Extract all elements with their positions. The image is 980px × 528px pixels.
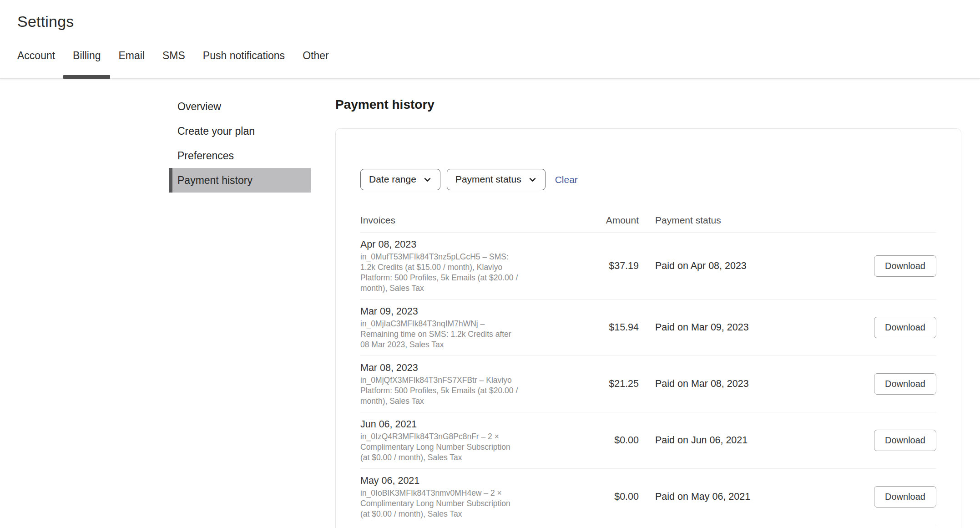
- tab-other[interactable]: Other: [303, 50, 329, 78]
- tab-label: Push notifications: [203, 50, 285, 61]
- invoice-amount: $37.19: [582, 260, 639, 272]
- payment-status-text: Paid on May 06, 2021: [639, 491, 874, 503]
- payment-history-main: Payment history Date range Payment statu…: [335, 79, 961, 528]
- billing-sidebar: Overview Create your plan Preferences Pa…: [169, 79, 311, 193]
- sidebar-item-payment-history[interactable]: Payment history: [169, 168, 311, 193]
- invoice-cell: Jun 06, 2021 in_0IzQ4R3MFIk84T3nG8Pc8nFr…: [360, 418, 582, 463]
- invoice-actions: Download: [874, 255, 936, 277]
- table-row: May 06, 2021 in_0IoBIK3MFIk84T3nmv0MH4ew…: [360, 469, 936, 525]
- invoice-amount: $21.25: [582, 378, 639, 390]
- tab-account[interactable]: Account: [17, 50, 55, 78]
- invoice-description: in_0MufT53MFIk84T3nz5pLGcH5 – SMS: 1.2k …: [360, 252, 520, 294]
- sidebar-item-label: Overview: [177, 101, 221, 113]
- column-header-invoices: Invoices: [360, 215, 582, 226]
- invoice-date: Mar 08, 2023: [360, 361, 582, 374]
- date-range-dropdown[interactable]: Date range: [360, 169, 440, 190]
- invoice-actions: Download: [874, 486, 936, 508]
- invoice-description: in_0IzQ4R3MFIk84T3nG8Pc8nFr – 2 × Compli…: [360, 432, 520, 463]
- sidebar-item-label: Create your plan: [177, 125, 255, 137]
- filters-row: Date range Payment status Clear: [360, 169, 936, 190]
- tab-label: SMS: [162, 50, 185, 61]
- tab-billing[interactable]: Billing: [73, 50, 101, 78]
- sidebar-item-create-your-plan[interactable]: Create your plan: [169, 119, 311, 143]
- invoice-cell: May 06, 2021 in_0IoBIK3MFIk84T3nmv0MH4ew…: [360, 474, 582, 519]
- column-header-amount: Amount: [582, 215, 639, 226]
- payment-status-dropdown[interactable]: Payment status: [447, 169, 546, 190]
- table-row: Apr 08, 2023 in_0MufT53MFIk84T3nz5pLGcH5…: [360, 233, 936, 300]
- sidebar-item-preferences[interactable]: Preferences: [169, 143, 311, 168]
- payment-history-card: Date range Payment status Clear Invoices…: [335, 128, 961, 528]
- table-header-row: Invoices Amount Payment status: [360, 210, 936, 233]
- invoice-cell: Apr 08, 2023 in_0MufT53MFIk84T3nz5pLGcH5…: [360, 238, 582, 294]
- payment-status-text: Paid on Jun 06, 2021: [639, 435, 874, 446]
- invoice-date: Apr 08, 2023: [360, 238, 582, 251]
- invoice-amount: $0.00: [582, 491, 639, 503]
- date-range-label: Date range: [369, 174, 416, 185]
- content-area: Overview Create your plan Preferences Pa…: [0, 79, 980, 528]
- download-button[interactable]: Download: [874, 373, 936, 395]
- invoice-description: in_0MjIaC3MFIk84T3nqIM7hWNj – Remaining …: [360, 319, 520, 350]
- invoice-actions: Download: [874, 317, 936, 338]
- chevron-down-icon: [528, 175, 537, 184]
- sidebar-item-label: Payment history: [177, 174, 253, 187]
- invoice-amount: $15.94: [582, 322, 639, 333]
- invoice-cell: Mar 09, 2023 in_0MjIaC3MFIk84T3nqIM7hWNj…: [360, 305, 582, 350]
- tab-label: Account: [17, 50, 55, 61]
- download-button[interactable]: Download: [874, 430, 936, 451]
- tab-sms[interactable]: SMS: [162, 50, 185, 78]
- payment-status-text: Paid on Apr 08, 2023: [639, 260, 874, 272]
- invoice-actions: Download: [874, 373, 936, 395]
- tab-email[interactable]: Email: [118, 50, 145, 78]
- invoice-date: Jun 06, 2021: [360, 418, 582, 431]
- invoice-date: Mar 09, 2023: [360, 305, 582, 318]
- klaviyo-settings-billing-page: { "page": { "title": "Settings" }, "tabs…: [0, 0, 980, 528]
- invoice-date: May 06, 2021: [360, 474, 582, 487]
- tab-label: Email: [118, 50, 145, 61]
- invoice-description: in_0MjQfX3MFIk84T3nFS7XFBtr – Klaviyo Pl…: [360, 375, 520, 406]
- table-row: Mar 08, 2023 in_0MjQfX3MFIk84T3nFS7XFBtr…: [360, 356, 936, 412]
- clear-filters-link[interactable]: Clear: [555, 174, 578, 185]
- payment-status-label: Payment status: [455, 174, 521, 185]
- payment-history-heading: Payment history: [335, 97, 961, 112]
- tab-label: Billing: [73, 50, 101, 61]
- column-header-payment-status: Payment status: [639, 215, 936, 226]
- table-row: Jun 06, 2021 in_0IzQ4R3MFIk84T3nG8Pc8nFr…: [360, 412, 936, 469]
- download-button[interactable]: Download: [874, 255, 936, 277]
- invoice-description: in_0IoBIK3MFIk84T3nmv0MH4ew – 2 × Compli…: [360, 488, 520, 519]
- sidebar-item-label: Preferences: [177, 150, 234, 162]
- payment-status-text: Paid on Mar 08, 2023: [639, 378, 874, 390]
- invoices-table: Invoices Amount Payment status Apr 08, 2…: [360, 210, 936, 525]
- table-row: Mar 09, 2023 in_0MjIaC3MFIk84T3nqIM7hWNj…: [360, 300, 936, 356]
- download-button[interactable]: Download: [874, 317, 936, 338]
- settings-header: Settings Account Billing Email SMS Push …: [0, 13, 980, 79]
- table-body: Apr 08, 2023 in_0MufT53MFIk84T3nz5pLGcH5…: [360, 233, 936, 525]
- sidebar-item-overview[interactable]: Overview: [169, 94, 311, 119]
- tab-label: Other: [303, 50, 329, 61]
- page-title: Settings: [17, 13, 980, 30]
- tab-push-notifications[interactable]: Push notifications: [203, 50, 285, 78]
- invoice-amount: $0.00: [582, 435, 639, 446]
- payment-status-text: Paid on Mar 09, 2023: [639, 322, 874, 333]
- invoice-cell: Mar 08, 2023 in_0MjQfX3MFIk84T3nFS7XFBtr…: [360, 361, 582, 406]
- chevron-down-icon: [423, 175, 432, 184]
- settings-tabs: Account Billing Email SMS Push notificat…: [0, 50, 980, 78]
- invoice-actions: Download: [874, 430, 936, 451]
- download-button[interactable]: Download: [874, 486, 936, 508]
